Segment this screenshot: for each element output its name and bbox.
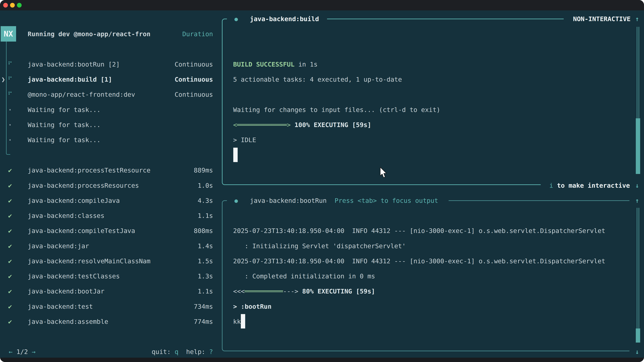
- waiting-dot-icon: ·: [5, 132, 15, 147]
- check-icon: ✔: [5, 269, 15, 284]
- spinner-icon: ⠋: [5, 87, 15, 102]
- task-status: Continuous: [163, 87, 213, 102]
- task-row[interactable]: java-backend:test: [28, 299, 93, 314]
- bootrun-pane-scrollbar-thumb[interactable]: [636, 329, 640, 343]
- scroll-down-arrow-icon[interactable]: ↓: [635, 344, 639, 359]
- build-pane-border: [222, 18, 227, 185]
- duration-column-header: Duration: [163, 26, 213, 41]
- pane-status-dot-icon: ●: [234, 193, 238, 208]
- focus-output-hint: Press <tab> to focus output: [334, 193, 438, 208]
- interactive-hint-text: to make interactive: [557, 182, 630, 189]
- mouse-cursor-icon: [379, 167, 388, 178]
- help-label: help:: [178, 348, 209, 356]
- task-row[interactable]: java-backend:jar: [28, 239, 89, 254]
- window-bottom-edge: [0, 358, 644, 362]
- check-icon: ✔: [5, 163, 15, 178]
- build-pane-title: java-backend:build: [250, 11, 319, 26]
- task-row[interactable]: java-backend:processTestResource: [28, 163, 150, 178]
- scroll-down-arrow-icon[interactable]: ↓: [635, 178, 639, 193]
- task-duration: 734ms: [163, 299, 213, 314]
- pane-status-dot-icon: ●: [234, 11, 238, 26]
- nx-logo: NX: [1, 26, 16, 41]
- quit-key[interactable]: q: [174, 348, 178, 356]
- page-indicator-value: 1/2: [16, 348, 28, 356]
- task-row[interactable]: java-backend:bootJar: [28, 284, 104, 299]
- progress-bar-fill: <═════════════>: [233, 121, 291, 129]
- build-pane-mode-badge: NON-INTERACTIVE: [547, 11, 630, 26]
- task-row[interactable]: java-backend:assemble: [28, 314, 108, 329]
- app-window: NX Running dev @mono-app/react-fron Dura…: [0, 0, 644, 362]
- quit-label: quit:: [152, 348, 174, 356]
- task-row[interactable]: java-backend:compileJava: [28, 193, 120, 208]
- task-duration: 4.3s: [163, 193, 213, 208]
- task-duration: 889ms: [163, 163, 213, 178]
- task-row[interactable]: java-backend:resolveMainClassNam: [28, 254, 150, 269]
- task-duration: 1.5s: [163, 254, 213, 269]
- waiting-task-row: Waiting for task...: [28, 132, 100, 147]
- waiting-task-row: Waiting for task...: [28, 102, 100, 117]
- waiting-dot-icon: ·: [5, 102, 15, 117]
- build-successful-text: BUILD SUCCESSFUL: [233, 61, 294, 68]
- task-row-build-selected[interactable]: java-backend:build [1]: [28, 72, 112, 87]
- progress-bar-label: 80% EXECUTING [59s]: [298, 288, 375, 295]
- task-row[interactable]: java-backend:compileTestJava: [28, 223, 135, 238]
- build-summary-line: 5 actionable tasks: 4 executed, 1 up-to-…: [233, 72, 402, 87]
- check-icon: ✔: [5, 314, 15, 329]
- build-pane-scrollbar-thumb[interactable]: [636, 118, 640, 174]
- text-cursor: [233, 148, 238, 162]
- task-duration: 774ms: [163, 314, 213, 329]
- log-line: : Completed initialization in 0 ms: [233, 269, 375, 284]
- title-bar: [0, 0, 644, 10]
- bootrun-pane-title: java-backend:bootRun: [250, 193, 327, 208]
- bootrun-pane-scrollbar-track[interactable]: [637, 208, 639, 342]
- build-time-text: in 1s: [294, 61, 318, 68]
- build-prompt-line: > IDLE: [233, 132, 256, 147]
- task-status: Continuous: [163, 72, 213, 87]
- build-waiting-line: Waiting for changes to input files... (c…: [233, 102, 440, 117]
- task-row-bootrun[interactable]: java-backend:bootRun [2]: [28, 57, 120, 72]
- next-page-arrow-icon[interactable]: →: [32, 348, 36, 356]
- sidebar-header-title: Running dev @mono-app/react-fron: [28, 26, 150, 41]
- waiting-task-row: Waiting for task...: [28, 117, 100, 132]
- task-duration: 808ms: [163, 223, 213, 238]
- maximize-window-icon[interactable]: [17, 3, 22, 7]
- scroll-up-arrow-icon[interactable]: ↑: [635, 193, 639, 208]
- log-line: 2025-07-23T13:40:18.950-04:00 INFO 44312…: [233, 254, 605, 269]
- bootrun-pane-border: [222, 200, 227, 351]
- task-status: Continuous: [163, 57, 213, 72]
- log-line: 2025-07-23T13:40:18.950-04:00 INFO 44312…: [233, 223, 605, 238]
- task-row[interactable]: java-backend:processResources: [28, 178, 139, 193]
- task-duration: 1.4s: [163, 239, 213, 254]
- task-row[interactable]: java-backend:testClasses: [28, 269, 120, 284]
- prev-page-arrow-icon[interactable]: ←: [9, 348, 12, 356]
- task-duration: 1.0s: [163, 178, 213, 193]
- interactive-hint-key[interactable]: i: [550, 182, 557, 189]
- close-window-icon[interactable]: [3, 3, 8, 7]
- check-icon: ✔: [5, 239, 15, 254]
- interactive-hint[interactable]: i to make interactive: [503, 178, 630, 193]
- build-pane-footer-line: [227, 184, 541, 185]
- bootrun-progress-bar: <<<══════════---> 80% EXECUTING [59s]: [233, 284, 375, 299]
- spinner-icon: ⠋: [5, 57, 15, 72]
- footer-shortcuts: quit: q help: ?: [129, 344, 213, 359]
- build-progress-bar: <═════════════> 100% EXECUTING [59s]: [233, 117, 371, 132]
- scroll-up-arrow-icon[interactable]: ↑: [635, 11, 639, 26]
- progress-bar-fill: ══════════: [245, 288, 283, 295]
- log-line: : Initializing Servlet 'dispatcherServle…: [233, 239, 406, 254]
- text-cursor: [241, 314, 245, 329]
- build-pane-header-line: [327, 18, 564, 19]
- bootrun-pane-footer-line: [227, 351, 630, 351]
- check-icon: ✔: [5, 178, 15, 193]
- progress-bar-head: <<<: [233, 288, 245, 295]
- selection-chevron-icon: ❯: [1, 72, 5, 87]
- waiting-dot-icon: ·: [5, 117, 15, 132]
- task-duration: 1.1s: [163, 284, 213, 299]
- pagination: ← 1/2 →: [9, 344, 36, 359]
- check-icon: ✔: [5, 254, 15, 269]
- task-row[interactable]: java-backend:classes: [28, 208, 104, 223]
- help-key[interactable]: ?: [209, 348, 213, 356]
- minimize-window-icon[interactable]: [10, 3, 15, 7]
- task-row-frontend-dev[interactable]: @mono-app/react-frontend:dev: [28, 87, 135, 102]
- terminal-input-text[interactable]: kk: [233, 314, 241, 329]
- task-duration: 1.1s: [163, 208, 213, 223]
